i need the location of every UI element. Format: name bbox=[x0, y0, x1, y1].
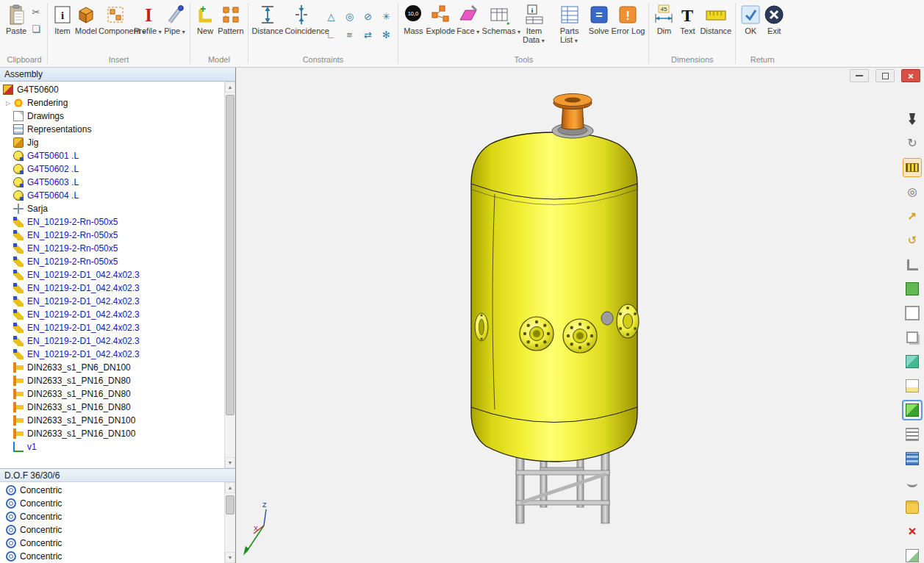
align-face-icon[interactable] bbox=[903, 280, 921, 298]
coincidence-button[interactable]: Coincidence bbox=[284, 1, 318, 35]
dof-item[interactable]: Concentric bbox=[0, 537, 224, 550]
cut-button[interactable]: ✂ bbox=[29, 5, 43, 18]
cube-green-icon[interactable] bbox=[903, 401, 921, 419]
dof-item[interactable]: Concentric bbox=[0, 510, 224, 523]
pattern-constraint-icon[interactable]: ✳ bbox=[378, 8, 394, 24]
list-icon[interactable] bbox=[903, 426, 921, 443]
schemas-button[interactable]: Schemas▼ bbox=[482, 1, 516, 37]
dof-scrollbar[interactable]: ▲ ▼ bbox=[224, 482, 235, 563]
tree-item[interactable]: DIN2633_s1_PN16_DN80 bbox=[0, 401, 224, 414]
pipe-button[interactable]: Pipe▼ bbox=[164, 1, 186, 37]
tree-item[interactable]: EN_10219-2-D1_042.4x02.3 bbox=[0, 268, 224, 282]
dim-button[interactable]: 45 Dim bbox=[653, 1, 675, 35]
tree-item[interactable]: EN_10219-2-Rn-050x5 bbox=[0, 242, 224, 255]
tree-item[interactable]: EN_10219-2-Rn-050x5 bbox=[0, 215, 224, 229]
concentric-constraint-icon[interactable]: ◎ bbox=[341, 8, 357, 24]
tree-item[interactable]: G4T50602 .L bbox=[0, 162, 224, 176]
tree-item[interactable]: DIN2633_s1_PN6_DN100 bbox=[0, 361, 224, 374]
face-button[interactable]: Face▼ bbox=[456, 1, 480, 37]
scroll-thumb[interactable] bbox=[226, 95, 234, 415]
angle-constraint-icon[interactable]: △ bbox=[323, 8, 339, 24]
dof-item[interactable]: Concentric bbox=[0, 484, 224, 497]
tree-item[interactable]: DIN2633_s1_PN16_DN100 bbox=[0, 414, 224, 427]
probe-icon[interactable] bbox=[903, 183, 921, 201]
scroll-up-button[interactable]: ▲ bbox=[225, 482, 235, 493]
expander-icon[interactable]: ▷ bbox=[3, 100, 13, 107]
mass-button[interactable]: 10,0 Mass bbox=[402, 1, 424, 35]
ruler-icon[interactable] bbox=[903, 159, 921, 176]
export-icon[interactable] bbox=[903, 547, 921, 563]
distance-constraint-button[interactable]: Distance bbox=[252, 1, 284, 35]
maximize-button[interactable] bbox=[875, 69, 895, 82]
perpendicular-constraint-icon[interactable]: ∟ bbox=[323, 26, 339, 43]
section-icon[interactable] bbox=[903, 256, 921, 273]
tree-item[interactable]: EN_10219-2-Rn-050x5 bbox=[0, 229, 224, 242]
tree-item[interactable]: EN_10219-2-D1_042.4x02.3 bbox=[0, 334, 224, 348]
parts-list-button[interactable]: Parts List▼ bbox=[553, 1, 587, 46]
dof-item[interactable]: Concentric bbox=[0, 523, 224, 537]
rotate-icon[interactable] bbox=[903, 232, 921, 249]
tree-item[interactable]: v1 bbox=[0, 440, 224, 453]
curve-icon[interactable] bbox=[903, 474, 921, 492]
tree-item[interactable]: EN_10219-2-D1_042.4x02.3 bbox=[0, 348, 224, 361]
parallel-constraint-icon[interactable]: ≡ bbox=[341, 26, 357, 43]
tree-item[interactable]: EN_10219-2-D1_042.4x02.3 bbox=[0, 321, 224, 334]
layers-icon[interactable] bbox=[903, 450, 921, 467]
model-insert-button[interactable]: Model bbox=[75, 1, 97, 35]
pin-icon[interactable] bbox=[903, 110, 921, 128]
boxes-icon[interactable] bbox=[903, 329, 921, 346]
dof-item[interactable]: Concentric bbox=[0, 497, 224, 510]
tree-item[interactable]: Jig bbox=[0, 136, 224, 149]
exit-button[interactable]: Exit bbox=[763, 1, 785, 35]
scroll-down-button[interactable]: ▼ bbox=[225, 552, 235, 563]
tree-item[interactable]: DIN2633_s1_PN16_DN80 bbox=[0, 374, 224, 387]
folder-icon[interactable] bbox=[903, 498, 921, 516]
solve-button[interactable]: = Solve bbox=[588, 1, 610, 35]
equal-constraint-icon[interactable]: ⇄ bbox=[359, 26, 376, 43]
tree-item[interactable]: DIN2633_s1_PN16_DN80 bbox=[0, 387, 224, 401]
profile-button[interactable]: I Profile▼ bbox=[134, 1, 162, 37]
scroll-down-button[interactable]: ▼ bbox=[225, 457, 235, 468]
item-data-button[interactable]: i Item Data▼ bbox=[517, 1, 551, 46]
orbit-icon[interactable] bbox=[903, 135, 921, 152]
tree-item[interactable]: EN_10219-2-D1_042.4x02.3 bbox=[0, 295, 224, 308]
error-log-button[interactable]: ! Error Log bbox=[612, 1, 645, 35]
delete-icon[interactable] bbox=[903, 523, 921, 540]
cube-shaded-icon[interactable] bbox=[903, 353, 921, 370]
ok-button[interactable]: OK bbox=[739, 1, 762, 35]
tree-item[interactable]: G4T50601 .L bbox=[0, 149, 224, 162]
pattern-button[interactable]: Pattern bbox=[218, 1, 243, 35]
tree-item-label: v1 bbox=[27, 442, 37, 452]
sheet-icon[interactable] bbox=[903, 377, 921, 395]
text-button[interactable]: T Text bbox=[676, 1, 698, 35]
explode-button[interactable]: Explode bbox=[426, 1, 455, 35]
tree-item[interactable]: EN_10219-2-Rn-050x5 bbox=[0, 255, 224, 268]
tree-item[interactable]: EN_10219-2-D1_042.4x02.3 bbox=[0, 282, 224, 295]
scroll-thumb[interactable] bbox=[226, 495, 234, 514]
close-button[interactable]: × bbox=[901, 69, 920, 82]
distance-dimension-button[interactable]: Distance bbox=[700, 1, 731, 35]
tree-scrollbar[interactable]: ▲ ▼ bbox=[224, 82, 235, 468]
dof-item[interactable]: Concentric bbox=[0, 550, 224, 563]
tree-item[interactable]: DIN2633_s1_PN16_DN100 bbox=[0, 427, 224, 440]
box-icon[interactable] bbox=[903, 304, 921, 322]
component-button[interactable]: Component▼ bbox=[99, 1, 132, 37]
copy-button[interactable]: ❏ bbox=[29, 22, 43, 35]
tree-item[interactable]: EN_10219-2-D1_042.4x02.3 bbox=[0, 308, 224, 321]
scroll-up-button[interactable]: ▲ bbox=[225, 82, 235, 93]
tree-item[interactable]: Representations bbox=[0, 123, 224, 136]
symmetry-constraint-icon[interactable]: ✻ bbox=[378, 26, 394, 43]
tree-item[interactable]: G4T50600 bbox=[0, 83, 224, 96]
tree-item[interactable]: Sarja bbox=[0, 202, 224, 215]
tree-item[interactable]: Drawings bbox=[0, 110, 224, 123]
3d-viewport[interactable]: X Z × bbox=[236, 68, 924, 563]
new-button[interactable]: + New bbox=[194, 1, 216, 35]
tangent-constraint-icon[interactable]: ⊘ bbox=[359, 8, 376, 24]
move-icon[interactable] bbox=[903, 207, 921, 225]
tree-item[interactable]: G4T50604 .L bbox=[0, 189, 224, 202]
tree-item[interactable]: G4T50603 .L bbox=[0, 176, 224, 189]
item-button[interactable]: i Item bbox=[51, 1, 74, 35]
paste-button[interactable]: Paste bbox=[5, 1, 27, 35]
minimize-button[interactable] bbox=[850, 69, 869, 82]
tree-item[interactable]: ▷Rendering bbox=[0, 96, 224, 110]
